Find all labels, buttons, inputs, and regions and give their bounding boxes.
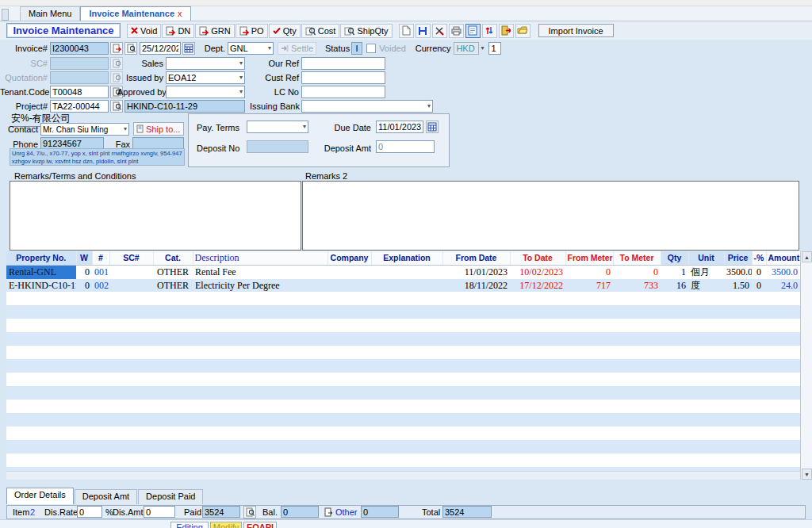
issuing-bank-select[interactable]: ▾ xyxy=(301,100,433,113)
col-header-num[interactable]: # xyxy=(92,251,109,265)
tab-order-details[interactable]: Order Details xyxy=(6,488,74,504)
col-header-explanation[interactable]: Explanation xyxy=(371,251,442,265)
preview-invoice-button[interactable] xyxy=(124,42,137,55)
save-button[interactable] xyxy=(416,24,431,38)
contact-select[interactable]: Mr. Chan Siu Ming▾ xyxy=(40,123,129,136)
edit-mode-button[interactable] xyxy=(465,24,481,38)
dis-amt-field[interactable] xyxy=(144,506,175,518)
invoice-date-field[interactable] xyxy=(140,42,181,55)
scroll-up-icon[interactable]: ▲ xyxy=(802,251,812,262)
open-folder-button[interactable] xyxy=(515,24,530,38)
other-label[interactable]: Other xyxy=(335,507,358,517)
paid-preview-button[interactable] xyxy=(243,506,256,518)
col-header-to-meter[interactable]: To Meter xyxy=(613,251,661,265)
new-document-button[interactable] xyxy=(399,24,414,38)
issued-by-select[interactable]: EOA12▾ xyxy=(166,71,245,84)
import-invoice-button[interactable]: Import Invoice xyxy=(538,24,614,37)
settle-button[interactable]: Settle xyxy=(278,42,316,55)
col-header-pct[interactable]: -% xyxy=(752,251,766,265)
col-header-from-meter[interactable]: From Meter xyxy=(565,251,613,265)
currency-rate-field[interactable] xyxy=(488,42,501,55)
scroll-down-icon[interactable]: ▼ xyxy=(802,469,812,480)
col-header-cat[interactable]: Cat. xyxy=(153,251,193,265)
tab-stub[interactable] xyxy=(2,9,9,21)
issued-by-label: Issued by xyxy=(124,73,163,82)
col-header-price[interactable]: Price xyxy=(724,251,752,265)
dn-button[interactable]: DN xyxy=(162,24,194,38)
col-header-description[interactable]: Description xyxy=(193,251,327,265)
delete-button[interactable] xyxy=(432,24,447,38)
tenant-code-field[interactable] xyxy=(50,86,109,98)
status-field[interactable] xyxy=(351,42,362,55)
col-header-company[interactable]: Company xyxy=(327,251,371,265)
void-x-icon xyxy=(131,27,138,34)
dept-select[interactable]: GNL▾ xyxy=(228,42,274,55)
exit-button[interactable] xyxy=(499,24,514,38)
tab-main-menu[interactable]: Main Menu xyxy=(20,6,80,21)
voided-checkbox[interactable] xyxy=(366,44,376,53)
total-field[interactable] xyxy=(442,506,492,518)
paid-field[interactable] xyxy=(202,506,240,518)
bal-label: Bal. xyxy=(262,507,278,517)
tab-deposit-paid[interactable]: Deposit Paid xyxy=(138,489,203,504)
currency-select[interactable]: HKD xyxy=(454,42,479,55)
col-header-property-no[interactable]: Property No. xyxy=(6,251,76,265)
form-row-invoice: Invoice# Dept. GNL▾ Settle Status Voided… xyxy=(0,41,812,55)
grid-row-1[interactable]: Rental-GNL 0 001 OTHER Rental Fee 11/01/… xyxy=(6,265,800,279)
void-button[interactable]: Void xyxy=(127,24,161,38)
our-ref-field[interactable] xyxy=(301,57,385,70)
grid-vertical-scrollbar[interactable]: ▲ ▼ xyxy=(800,251,812,480)
pay-terms-select[interactable]: ▾ xyxy=(247,121,308,133)
col-header-unit[interactable]: Unit xyxy=(688,251,724,265)
col-header-sc[interactable]: SC# xyxy=(109,251,153,265)
send-invoice-button[interactable] xyxy=(110,42,123,55)
ship-to-button[interactable]: Ship to... xyxy=(133,122,184,136)
col-header-to-date[interactable]: To Date xyxy=(510,251,565,265)
search-shipqty-icon xyxy=(344,26,354,36)
address-field[interactable]: Unrg 84, 7/u., x70-77, yop x, sInt pInt … xyxy=(10,148,185,166)
remarks2-textarea[interactable] xyxy=(302,181,799,251)
other-field[interactable] xyxy=(361,506,399,518)
cust-ref-field[interactable] xyxy=(301,71,385,84)
col-header-qty[interactable]: Qty xyxy=(661,251,688,265)
modify-status-button[interactable]: Modify xyxy=(210,522,242,528)
po-button[interactable]: PO xyxy=(236,24,268,38)
shipqty-button[interactable]: ShipQty xyxy=(340,24,392,38)
transfer-button[interactable] xyxy=(482,24,497,38)
grn-button[interactable]: GRN xyxy=(195,24,234,38)
col-header-from-date[interactable]: From Date xyxy=(442,251,510,265)
invoice-number-field[interactable] xyxy=(50,42,109,55)
lc-no-field[interactable] xyxy=(301,86,385,98)
item-count: 2 xyxy=(30,507,35,517)
grid-row-2[interactable]: E-HKIND-C10-11-29 0 002 OTHER Electricit… xyxy=(6,279,800,293)
col-header-w[interactable]: W xyxy=(76,251,92,265)
detail-tab-bar: Order Details Deposit Amt Deposit Paid xyxy=(6,488,203,504)
col-header-amount[interactable]: Amount xyxy=(766,251,800,265)
due-date-calendar-button[interactable] xyxy=(426,121,439,133)
tab-invoice-maintenance[interactable]: Invoice Maintenancex xyxy=(80,6,190,21)
qty-button[interactable]: Qty xyxy=(269,24,301,38)
project-field[interactable] xyxy=(50,100,109,113)
print-button[interactable] xyxy=(449,24,464,38)
tab-close-icon[interactable]: x xyxy=(178,9,182,18)
tab-deposit-amt[interactable]: Deposit Amt xyxy=(75,489,137,504)
doc-preview-icon xyxy=(113,59,121,68)
bal-field[interactable] xyxy=(281,506,319,518)
editing-status-button[interactable]: Editing xyxy=(170,522,209,528)
remarks-terms-textarea[interactable] xyxy=(10,181,301,251)
chevron-down-icon: ▾ xyxy=(427,103,431,109)
approved-by-select[interactable]: ▾ xyxy=(166,86,245,98)
invoice-label: Invoice# xyxy=(0,44,48,53)
grid-horizontal-scroll-area[interactable] xyxy=(6,471,800,480)
due-date-field[interactable] xyxy=(376,121,423,133)
other-icon xyxy=(324,507,333,518)
cost-button[interactable]: Cost xyxy=(301,24,340,38)
quotation-label: Quotation# xyxy=(0,73,48,82)
user-status-button[interactable]: EOAPI xyxy=(243,522,277,528)
currency-chevron-icon[interactable]: ▾ xyxy=(481,44,484,52)
project-property-field[interactable] xyxy=(124,100,245,113)
sales-select[interactable]: ▾ xyxy=(166,57,245,70)
dis-rate-field[interactable] xyxy=(77,506,102,518)
invoice-date-calendar-button[interactable] xyxy=(182,42,195,55)
project-lookup-button[interactable] xyxy=(110,100,123,113)
